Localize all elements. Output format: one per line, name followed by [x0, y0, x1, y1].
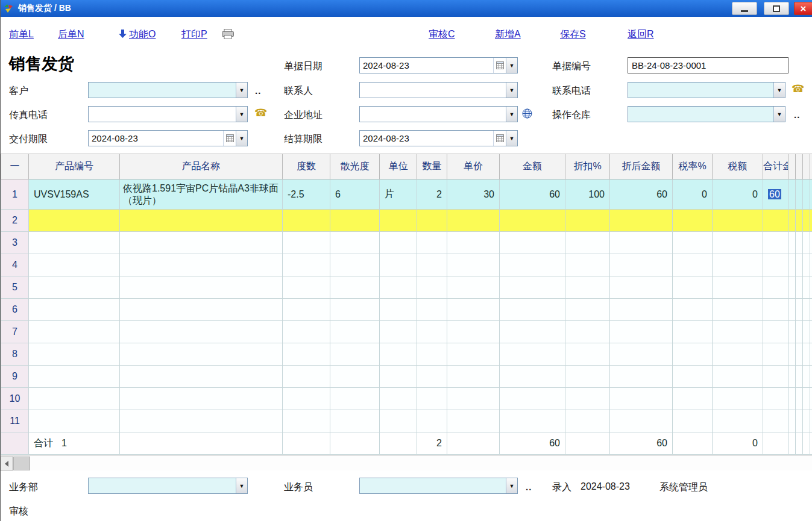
grid-cell[interactable]: [500, 410, 565, 432]
grid-cell[interactable]: [788, 366, 796, 388]
grid-cell[interactable]: [417, 210, 447, 232]
grid-cell[interactable]: [763, 366, 788, 388]
grid-cell[interactable]: [447, 210, 500, 232]
grid-cell[interactable]: [447, 321, 500, 343]
grid-cell[interactable]: [796, 179, 803, 210]
grid-cell[interactable]: [810, 343, 812, 366]
address-combo[interactable]: ▼: [359, 106, 518, 122]
grid-cell[interactable]: [565, 410, 610, 432]
grid-cell[interactable]: [330, 210, 380, 232]
grid-cell[interactable]: [330, 410, 380, 432]
grid-cell[interactable]: [803, 276, 810, 299]
grid-cell[interactable]: [810, 210, 812, 232]
printer-icon[interactable]: [222, 29, 234, 39]
settle-date-picker[interactable]: 2024-08-23 ▼: [359, 130, 518, 146]
contact-combo[interactable]: ▼: [359, 82, 518, 98]
calendar-icon[interactable]: [493, 58, 506, 73]
grid-cell[interactable]: [417, 343, 447, 366]
grid-cell[interactable]: [500, 254, 565, 276]
grid-cell[interactable]: [447, 299, 500, 321]
grid-cell[interactable]: 片: [380, 179, 417, 210]
grid-cell[interactable]: [447, 343, 500, 366]
chevron-down-icon[interactable]: ▼: [506, 478, 517, 493]
save-button[interactable]: 保存S: [560, 28, 586, 41]
grid-cell[interactable]: [283, 210, 330, 232]
grid-cell[interactable]: [796, 210, 803, 232]
grid-cell[interactable]: [565, 232, 610, 254]
grid-cell[interactable]: 100: [565, 179, 610, 210]
grid-cell[interactable]: [810, 232, 812, 254]
column-header[interactable]: 数量: [417, 154, 447, 179]
settle-date-value[interactable]: 2024-08-23: [360, 131, 493, 146]
grid-cell[interactable]: [500, 299, 565, 321]
grid-cell[interactable]: [120, 321, 283, 343]
grid-cell[interactable]: [803, 210, 810, 232]
grid-cell[interactable]: [796, 343, 803, 366]
grid-cell[interactable]: [565, 299, 610, 321]
grid-cell[interactable]: [283, 254, 330, 276]
column-header[interactable]: 单价: [447, 154, 500, 179]
contact-phone-value[interactable]: [628, 83, 773, 98]
column-header[interactable]: 折扣%: [565, 154, 610, 179]
grid-cell[interactable]: [417, 321, 447, 343]
grid-cell[interactable]: [763, 299, 788, 321]
delivery-date-picker[interactable]: 2024-08-23 ▼: [88, 130, 248, 146]
grid-cell[interactable]: [713, 343, 763, 366]
grid-cell[interactable]: [120, 299, 283, 321]
grid-cell[interactable]: [610, 232, 673, 254]
grid-cell[interactable]: [29, 254, 120, 276]
grid-cell[interactable]: [788, 232, 796, 254]
grid-cell[interactable]: [417, 299, 447, 321]
grid-cell[interactable]: [803, 366, 810, 388]
calendar-icon[interactable]: [223, 131, 236, 146]
grid-cell[interactable]: [330, 254, 380, 276]
grid-cell[interactable]: [610, 276, 673, 299]
return-button[interactable]: 返回R: [628, 28, 654, 41]
column-header[interactable]: 单位: [380, 154, 417, 179]
salesman-browse-button[interactable]: ..: [526, 482, 532, 491]
globe-icon[interactable]: [522, 108, 532, 119]
grid-cell[interactable]: [763, 321, 788, 343]
print-button[interactable]: 打印P: [181, 28, 207, 41]
grid-cell[interactable]: [29, 210, 120, 232]
grid-cell[interactable]: [796, 366, 803, 388]
row-number[interactable]: 2: [1, 210, 29, 232]
grid-cell[interactable]: [796, 254, 803, 276]
functions-button[interactable]: 功能O: [129, 28, 156, 41]
grid-cell[interactable]: [417, 276, 447, 299]
grid-cell[interactable]: [788, 388, 796, 410]
grid-cell[interactable]: [29, 276, 120, 299]
grid-cell[interactable]: [500, 343, 565, 366]
grid-cell[interactable]: [713, 366, 763, 388]
grid-cell[interactable]: [380, 254, 417, 276]
grid-cell[interactable]: 2: [417, 179, 447, 210]
grid-cell[interactable]: [763, 254, 788, 276]
grid-cell[interactable]: [796, 410, 803, 432]
grid-cell[interactable]: [673, 210, 713, 232]
grid-cell[interactable]: [610, 343, 673, 366]
column-header[interactable]: 金额: [500, 154, 565, 179]
grid-cell[interactable]: [673, 366, 713, 388]
grid-cell[interactable]: [796, 299, 803, 321]
grid-cell[interactable]: [788, 179, 796, 210]
grid-cell[interactable]: [788, 210, 796, 232]
doc-no-input[interactable]: BB-24-08-23-0001: [628, 57, 788, 73]
next-doc-button[interactable]: 后单N: [58, 28, 84, 41]
column-header[interactable]: 散光度: [330, 154, 380, 179]
grid-cell[interactable]: [447, 276, 500, 299]
grid-cell[interactable]: [803, 179, 810, 210]
grid-cell[interactable]: [330, 232, 380, 254]
warehouse-combo[interactable]: ▼: [628, 106, 785, 122]
row-number[interactable]: 6: [1, 299, 29, 321]
grid-cell[interactable]: [447, 232, 500, 254]
phone-icon[interactable]: ☎: [792, 84, 804, 94]
grid-cell[interactable]: [417, 410, 447, 432]
grid-cell[interactable]: [810, 254, 812, 276]
grid-cell[interactable]: [713, 410, 763, 432]
grid-cell[interactable]: [673, 232, 713, 254]
grid-cell[interactable]: [29, 388, 120, 410]
grid-cell[interactable]: [610, 366, 673, 388]
grid-cell[interactable]: [610, 254, 673, 276]
dept-value[interactable]: [89, 478, 236, 493]
selected-cell-value[interactable]: 60: [768, 189, 781, 199]
